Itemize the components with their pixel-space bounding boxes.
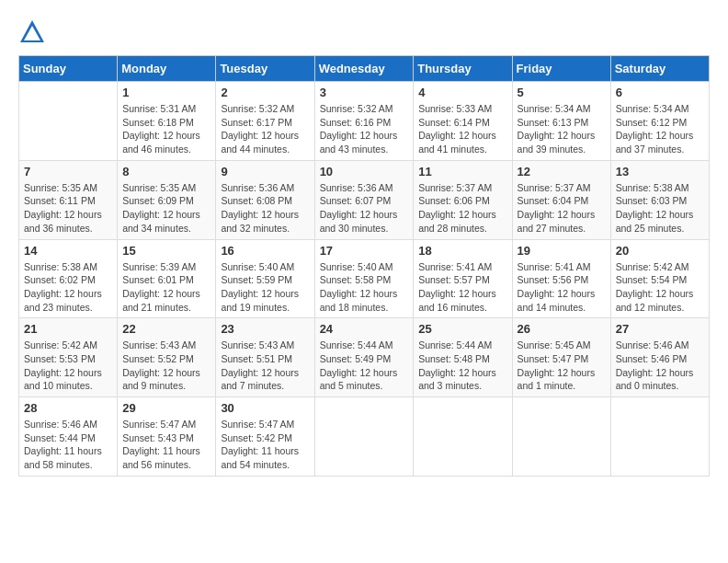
day-number: 15 (122, 244, 210, 258)
day-number: 13 (616, 165, 704, 178)
weekday-header: Monday (118, 56, 216, 82)
day-number: 25 (418, 322, 506, 336)
day-number: 18 (418, 244, 506, 258)
day-number: 4 (418, 86, 506, 99)
day-number: 19 (518, 244, 606, 258)
calendar-week-row: 21Sunrise: 5:42 AM Sunset: 5:53 PM Dayli… (19, 318, 710, 397)
calendar-body: 1Sunrise: 5:31 AM Sunset: 6:18 PM Daylig… (19, 82, 710, 477)
day-info: Sunrise: 5:42 AM Sunset: 5:53 PM Dayligh… (24, 339, 112, 393)
day-number: 3 (320, 86, 409, 99)
day-info: Sunrise: 5:44 AM Sunset: 5:48 PM Dayligh… (418, 339, 506, 393)
page-header (18, 18, 710, 46)
day-number: 10 (320, 165, 409, 178)
calendar-cell (19, 82, 118, 161)
calendar-cell (314, 397, 414, 477)
calendar-cell: 15Sunrise: 5:39 AM Sunset: 6:01 PM Dayli… (118, 239, 216, 318)
calendar-cell: 17Sunrise: 5:40 AM Sunset: 5:58 PM Dayli… (314, 239, 414, 318)
day-info: Sunrise: 5:45 AM Sunset: 5:47 PM Dayligh… (518, 339, 606, 393)
day-info: Sunrise: 5:41 AM Sunset: 5:56 PM Dayligh… (518, 260, 606, 315)
day-info: Sunrise: 5:47 AM Sunset: 5:42 PM Dayligh… (221, 418, 309, 472)
day-info: Sunrise: 5:34 AM Sunset: 6:12 PM Dayligh… (616, 102, 704, 156)
day-info: Sunrise: 5:43 AM Sunset: 5:52 PM Dayligh… (122, 339, 210, 393)
calendar-cell: 29Sunrise: 5:47 AM Sunset: 5:43 PM Dayli… (118, 397, 216, 477)
calendar-cell: 2Sunrise: 5:32 AM Sunset: 6:17 PM Daylig… (216, 82, 314, 161)
calendar-cell: 9Sunrise: 5:36 AM Sunset: 6:08 PM Daylig… (216, 160, 314, 239)
calendar-cell: 25Sunrise: 5:44 AM Sunset: 5:48 PM Dayli… (414, 318, 512, 397)
calendar-week-row: 28Sunrise: 5:46 AM Sunset: 5:44 PM Dayli… (19, 397, 710, 477)
day-number: 24 (320, 322, 409, 336)
calendar-cell: 5Sunrise: 5:34 AM Sunset: 6:13 PM Daylig… (512, 82, 610, 161)
day-number: 9 (221, 165, 309, 178)
calendar-cell: 6Sunrise: 5:34 AM Sunset: 6:12 PM Daylig… (610, 82, 709, 161)
day-number: 11 (418, 165, 506, 178)
calendar-cell: 19Sunrise: 5:41 AM Sunset: 5:56 PM Dayli… (512, 239, 610, 318)
day-number: 16 (221, 244, 309, 258)
calendar-week-row: 7Sunrise: 5:35 AM Sunset: 6:11 PM Daylig… (19, 160, 710, 239)
calendar-cell: 7Sunrise: 5:35 AM Sunset: 6:11 PM Daylig… (19, 160, 118, 239)
day-info: Sunrise: 5:34 AM Sunset: 6:13 PM Dayligh… (518, 102, 606, 156)
calendar-cell: 10Sunrise: 5:36 AM Sunset: 6:07 PM Dayli… (314, 160, 414, 239)
day-info: Sunrise: 5:37 AM Sunset: 6:04 PM Dayligh… (518, 181, 606, 236)
day-info: Sunrise: 5:38 AM Sunset: 6:03 PM Dayligh… (616, 181, 704, 236)
day-number: 14 (24, 244, 112, 258)
calendar-cell: 30Sunrise: 5:47 AM Sunset: 5:42 PM Dayli… (216, 397, 314, 477)
day-info: Sunrise: 5:40 AM Sunset: 5:59 PM Dayligh… (221, 260, 309, 315)
day-number: 22 (122, 322, 210, 336)
day-number: 12 (518, 165, 606, 178)
day-info: Sunrise: 5:36 AM Sunset: 6:07 PM Dayligh… (320, 181, 409, 236)
day-number: 23 (221, 322, 309, 336)
day-number: 8 (122, 165, 210, 178)
day-info: Sunrise: 5:35 AM Sunset: 6:11 PM Dayligh… (24, 181, 112, 236)
day-number: 7 (24, 165, 112, 178)
calendar-cell: 18Sunrise: 5:41 AM Sunset: 5:57 PM Dayli… (414, 239, 512, 318)
calendar-cell: 24Sunrise: 5:44 AM Sunset: 5:49 PM Dayli… (314, 318, 414, 397)
calendar-cell: 21Sunrise: 5:42 AM Sunset: 5:53 PM Dayli… (19, 318, 118, 397)
calendar-cell (512, 397, 610, 477)
day-info: Sunrise: 5:32 AM Sunset: 6:16 PM Dayligh… (320, 102, 409, 156)
calendar-cell: 22Sunrise: 5:43 AM Sunset: 5:52 PM Dayli… (118, 318, 216, 397)
day-info: Sunrise: 5:38 AM Sunset: 6:02 PM Dayligh… (24, 260, 112, 315)
day-info: Sunrise: 5:43 AM Sunset: 5:51 PM Dayligh… (221, 339, 309, 393)
day-info: Sunrise: 5:36 AM Sunset: 6:08 PM Dayligh… (221, 181, 309, 236)
day-info: Sunrise: 5:41 AM Sunset: 5:57 PM Dayligh… (418, 260, 506, 315)
day-number: 5 (518, 86, 606, 99)
day-number: 6 (616, 86, 704, 99)
weekday-header: Sunday (19, 56, 118, 82)
day-number: 2 (221, 86, 309, 99)
calendar-cell (414, 397, 512, 477)
day-info: Sunrise: 5:47 AM Sunset: 5:43 PM Dayligh… (122, 418, 210, 472)
calendar-cell (610, 397, 709, 477)
weekday-header: Saturday (610, 56, 709, 82)
calendar-cell: 27Sunrise: 5:46 AM Sunset: 5:46 PM Dayli… (610, 318, 709, 397)
day-info: Sunrise: 5:40 AM Sunset: 5:58 PM Dayligh… (320, 260, 409, 315)
day-info: Sunrise: 5:35 AM Sunset: 6:09 PM Dayligh… (122, 181, 210, 236)
calendar-cell: 16Sunrise: 5:40 AM Sunset: 5:59 PM Dayli… (216, 239, 314, 318)
calendar-week-row: 1Sunrise: 5:31 AM Sunset: 6:18 PM Daylig… (19, 82, 710, 161)
day-info: Sunrise: 5:32 AM Sunset: 6:17 PM Dayligh… (221, 102, 309, 156)
day-info: Sunrise: 5:42 AM Sunset: 5:54 PM Dayligh… (616, 260, 704, 315)
day-info: Sunrise: 5:31 AM Sunset: 6:18 PM Dayligh… (122, 102, 210, 156)
weekday-header: Friday (512, 56, 610, 82)
weekday-header: Thursday (414, 56, 512, 82)
logo (18, 18, 50, 46)
calendar-cell: 1Sunrise: 5:31 AM Sunset: 6:18 PM Daylig… (118, 82, 216, 161)
day-info: Sunrise: 5:46 AM Sunset: 5:44 PM Dayligh… (24, 418, 112, 472)
weekday-header: Tuesday (216, 56, 314, 82)
calendar-cell: 11Sunrise: 5:37 AM Sunset: 6:06 PM Dayli… (414, 160, 512, 239)
day-number: 26 (518, 322, 606, 336)
day-info: Sunrise: 5:44 AM Sunset: 5:49 PM Dayligh… (320, 339, 409, 393)
logo-icon (18, 18, 46, 46)
calendar-cell: 23Sunrise: 5:43 AM Sunset: 5:51 PM Dayli… (216, 318, 314, 397)
day-number: 20 (616, 244, 704, 258)
day-number: 30 (221, 401, 309, 415)
calendar-cell: 20Sunrise: 5:42 AM Sunset: 5:54 PM Dayli… (610, 239, 709, 318)
calendar-table: SundayMondayTuesdayWednesdayThursdayFrid… (18, 55, 710, 477)
calendar-cell: 12Sunrise: 5:37 AM Sunset: 6:04 PM Dayli… (512, 160, 610, 239)
day-number: 1 (122, 86, 210, 99)
day-number: 17 (320, 244, 409, 258)
calendar-cell: 3Sunrise: 5:32 AM Sunset: 6:16 PM Daylig… (314, 82, 414, 161)
day-info: Sunrise: 5:37 AM Sunset: 6:06 PM Dayligh… (418, 181, 506, 236)
day-number: 29 (122, 401, 210, 415)
day-number: 27 (616, 322, 704, 336)
day-number: 21 (24, 322, 112, 336)
